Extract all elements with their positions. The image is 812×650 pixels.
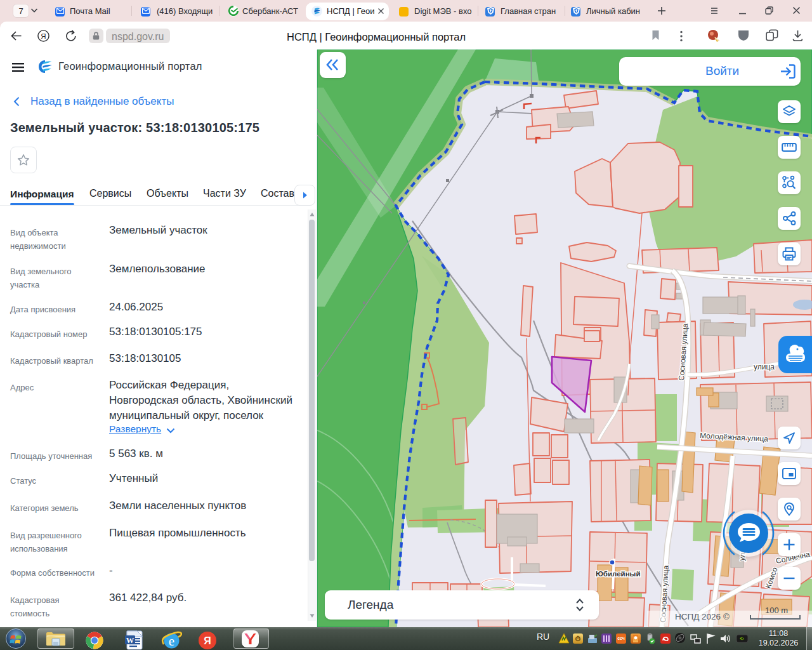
svg-text:Я: Я — [41, 32, 46, 40]
svg-text:Я: Я — [204, 635, 211, 646]
svg-text:e: e — [169, 633, 174, 649]
svg-text:W: W — [126, 636, 134, 645]
svg-text:улица: улица — [754, 362, 775, 371]
svg-text:Юбилейный: Юбилейный — [596, 570, 641, 578]
